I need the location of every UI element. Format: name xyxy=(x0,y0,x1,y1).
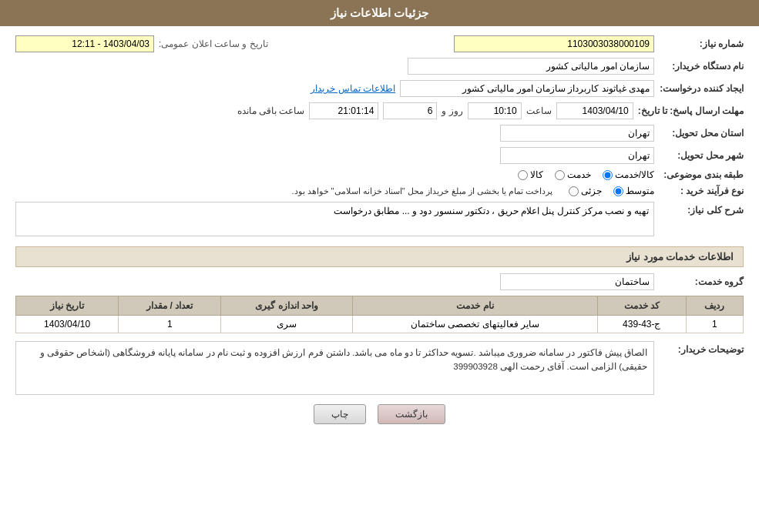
row-noe-farayand: نوع فرآیند خرید : متوسط جزئی پرداخت تمام… xyxy=(15,186,744,196)
table-cell-tarikh: 1403/04/10 xyxy=(16,316,119,333)
row-mohlat: مهلت ارسال پاسخ: تا تاریخ: ساعت روز و سا… xyxy=(15,102,744,119)
btn-bazgasht[interactable]: بازگشت xyxy=(378,404,445,424)
shomare-niaz-label: شماره نیاز: xyxy=(659,38,744,49)
section-khadamat-title: اطلاعات خدمات مورد نیاز xyxy=(15,246,744,267)
radio-kala-khadamat-label: کالا/خدمت xyxy=(615,169,654,180)
service-table: ردیف کد خدمت نام خدمت واحد اندازه گیری ت… xyxy=(15,296,744,333)
tosih-kharidar-content: الصاق پیش فاکتور در سامانه ضروری میباشد … xyxy=(15,341,654,395)
row-shahr: شهر محل تحویل: xyxy=(15,147,744,164)
baghimande-label: ساعت باقی مانده xyxy=(237,105,305,116)
mohlat-date-input[interactable] xyxy=(556,102,633,119)
col-nam: نام خدمت xyxy=(352,296,597,316)
shomare-niaz-input[interactable] xyxy=(454,35,654,52)
row-shomare-niaz: شماره نیاز: تاریخ و ساعت اعلان عمومی: xyxy=(15,35,744,52)
shareh-kolli-label: شرح کلی نیاز: xyxy=(659,205,744,216)
ijad-konande-label: ایجاد کننده درخواست: xyxy=(659,83,744,94)
table-cell-radif: 1 xyxy=(686,316,743,333)
radio-kala-khadamat[interactable] xyxy=(603,170,613,180)
page-title: جزئیات اطلاعات نیاز xyxy=(331,6,428,19)
tarikh-saat-input[interactable] xyxy=(15,35,154,52)
radio-jozee-item: جزئی xyxy=(569,186,602,196)
rooz-label: روز و xyxy=(442,105,462,116)
tarikh-saat-label: تاریخ و ساعت اعلان عمومی: xyxy=(159,38,268,49)
rooz-input[interactable] xyxy=(383,102,437,119)
col-kod: کد خدمت xyxy=(597,296,686,316)
table-cell-tedad: 1 xyxy=(119,316,221,333)
col-tarikh: تاریخ نیاز xyxy=(16,296,119,316)
saat-label: ساعت xyxy=(526,105,552,116)
radio-motevaset[interactable] xyxy=(613,186,623,196)
saat-input[interactable] xyxy=(468,102,522,119)
table-header-row: ردیف کد خدمت نام خدمت واحد اندازه گیری ت… xyxy=(16,296,744,316)
nam-dastgah-input[interactable] xyxy=(408,58,654,75)
radio-kala-item: کالا xyxy=(518,169,543,180)
goroh-khadamat-input[interactable] xyxy=(500,273,654,290)
radio-motevaset-label: متوسط xyxy=(626,186,654,196)
ostan-label: استان محل تحویل: xyxy=(659,128,744,139)
row-tabaqe: طبقه بندی موضوعی: کالا/خدمت خدمت کالا xyxy=(15,169,744,180)
mohlat-label: مهلت ارسال پاسخ: تا تاریخ: xyxy=(638,105,744,116)
shahr-label: شهر محل تحویل: xyxy=(659,150,744,161)
buttons-row: بازگشت چاپ xyxy=(15,404,744,424)
shareh-kolli-textarea[interactable] xyxy=(15,202,654,236)
content-area: شماره نیاز: تاریخ و ساعت اعلان عمومی: نا… xyxy=(0,26,759,445)
shahr-input[interactable] xyxy=(500,147,654,164)
farayand-radio-group: متوسط جزئی xyxy=(569,186,654,196)
col-radif: ردیف xyxy=(686,296,743,316)
row-ostan: استان محل تحویل: xyxy=(15,125,744,142)
noe-farayand-label: نوع فرآیند خرید : xyxy=(659,186,744,196)
row-goroh-khadamat: گروه خدمت: xyxy=(15,273,744,290)
page-header: جزئیات اطلاعات نیاز xyxy=(0,0,759,26)
tabaqe-radio-group: کالا/خدمت خدمت کالا xyxy=(518,169,654,180)
page-container: جزئیات اطلاعات نیاز شماره نیاز: تاریخ و … xyxy=(0,0,759,532)
shareh-kolli-content xyxy=(15,202,654,239)
table-cell-nam_khadamat: سایر فعالیتهای تخصصی ساختمان xyxy=(352,316,597,333)
row-ijad-konande: ایجاد کننده درخواست: اطلاعات تماس خریدار xyxy=(15,80,744,97)
radio-jozee-label: جزئی xyxy=(581,186,602,196)
radio-kala-khadamat-item: کالا/خدمت xyxy=(603,169,654,180)
radio-khadamat-label: خدمت xyxy=(567,169,591,180)
tosih-kharidar-container: توضیحات خریدار: الصاق پیش فاکتور در ساما… xyxy=(15,341,744,395)
service-table-body: 1ج-43-439سایر فعالیتهای تخصصی ساختمانسری… xyxy=(16,316,744,333)
table-row: 1ج-43-439سایر فعالیتهای تخصصی ساختمانسری… xyxy=(16,316,744,333)
radio-khadamat-item: خدمت xyxy=(555,169,591,180)
table-cell-vahed: سری xyxy=(221,316,353,333)
ijad-konande-input[interactable] xyxy=(400,80,654,97)
radio-kala[interactable] xyxy=(518,170,528,180)
baghimande-input[interactable] xyxy=(309,102,378,119)
col-vahed: واحد اندازه گیری xyxy=(221,296,353,316)
tosih-kharidar-label: توضیحات خریدار: xyxy=(659,344,744,355)
notice-text: پرداخت تمام یا بخشی از مبلغ خریداز محل "… xyxy=(291,186,552,196)
radio-jozee[interactable] xyxy=(569,186,579,196)
row-nam-dastgah: نام دستگاه خریدار: xyxy=(15,58,744,75)
btn-chap[interactable]: چاپ xyxy=(314,404,366,424)
table-cell-kod_khadamat: ج-43-439 xyxy=(597,316,686,333)
nam-dastgah-label: نام دستگاه خریدار: xyxy=(659,61,744,72)
ostan-input[interactable] xyxy=(500,125,654,142)
radio-motevaset-item: متوسط xyxy=(613,186,654,196)
ettelaat-tamas-link[interactable]: اطلاعات تماس خریدار xyxy=(311,83,395,94)
shareh-kolli-container: شرح کلی نیاز: xyxy=(15,202,744,239)
radio-khadamat[interactable] xyxy=(555,170,565,180)
col-tedad: تعداد / مقدار xyxy=(119,296,221,316)
radio-kala-label: کالا xyxy=(530,169,543,180)
tabaqe-label: طبقه بندی موضوعی: xyxy=(659,169,744,180)
goroh-khadamat-label: گروه خدمت: xyxy=(659,276,744,287)
